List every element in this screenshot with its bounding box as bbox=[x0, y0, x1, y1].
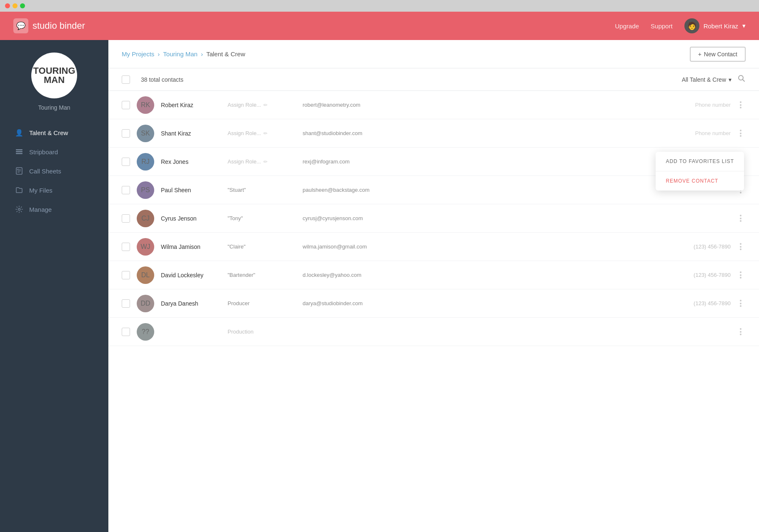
search-button[interactable] bbox=[737, 74, 746, 85]
edit-role-icon[interactable]: ✏ bbox=[263, 159, 268, 165]
contact-name[interactable]: Rex Jones bbox=[161, 158, 228, 165]
breadcrumb-my-projects[interactable]: My Projects bbox=[122, 50, 154, 58]
sidebar-item-my-files[interactable]: My Files bbox=[8, 181, 100, 199]
svg-rect-1 bbox=[16, 151, 23, 153]
table-row: DD Darya Danesh Producer darya@studiobin… bbox=[108, 289, 759, 318]
stripboard-icon bbox=[15, 148, 23, 156]
contact-name[interactable]: David Lockesley bbox=[161, 272, 228, 279]
user-menu[interactable]: 🧑 Robert Kiraz ▾ bbox=[684, 18, 746, 33]
row-checkbox[interactable] bbox=[122, 243, 130, 251]
edit-role-icon[interactable]: ✏ bbox=[263, 130, 268, 136]
contact-role[interactable]: Assign Role... ✏ bbox=[228, 102, 303, 108]
logo-icon: 💬 bbox=[13, 18, 28, 33]
contact-name[interactable]: Darya Danesh bbox=[161, 300, 228, 307]
contact-name[interactable]: Wilma Jamison bbox=[161, 243, 228, 250]
table-row: ?? Production bbox=[108, 318, 759, 346]
contact-name[interactable]: Shant Kiraz bbox=[161, 130, 228, 137]
contact-role[interactable]: Producer bbox=[228, 300, 303, 306]
contact-phone: Phone number bbox=[664, 102, 731, 108]
app-logo: 💬 studio binder bbox=[13, 18, 615, 33]
titlebar bbox=[0, 0, 759, 12]
row-menu-button[interactable] bbox=[736, 243, 746, 250]
row-menu-button[interactable] bbox=[736, 271, 746, 279]
sidebar-item-call-sheets[interactable]: Call Sheets bbox=[8, 162, 100, 180]
row-menu-button[interactable] bbox=[736, 130, 746, 137]
row-menu-button[interactable] bbox=[736, 101, 746, 108]
top-navigation: 💬 studio binder Upgrade Support 🧑 Robert… bbox=[0, 12, 759, 40]
contact-name[interactable]: Paul Sheen bbox=[161, 187, 228, 193]
upgrade-link[interactable]: Upgrade bbox=[615, 23, 639, 30]
row-checkbox[interactable] bbox=[122, 186, 130, 194]
contact-role[interactable]: "Bartender" bbox=[228, 272, 303, 278]
close-dot[interactable] bbox=[5, 3, 10, 8]
contacts-table: RK Robert Kiraz Assign Role... ✏ robert@… bbox=[108, 91, 759, 532]
contact-phone: (123) 456-7890 bbox=[664, 300, 731, 306]
remove-contact-option[interactable]: REMOVE CONTACT bbox=[656, 171, 744, 191]
breadcrumb: My Projects › Touring Man › Talent & Cre… bbox=[122, 50, 245, 58]
row-context-menu: ADD TO FAVORITES LIST REMOVE CONTACT bbox=[656, 152, 744, 191]
avatar: DD bbox=[137, 295, 154, 312]
sidebar-label-talent-crew: Talent & Crew bbox=[29, 129, 68, 136]
contact-phone: (123) 456-7890 bbox=[664, 243, 731, 250]
contact-role[interactable]: "Stuart" bbox=[228, 187, 303, 193]
avatar: 🧑 bbox=[684, 18, 699, 33]
sidebar-label-my-files: My Files bbox=[29, 187, 53, 194]
support-link[interactable]: Support bbox=[651, 23, 673, 30]
table-row: DL David Lockesley "Bartender" d.lockesl… bbox=[108, 261, 759, 289]
contact-name[interactable]: Cyrus Jenson bbox=[161, 215, 228, 222]
content-header: My Projects › Touring Man › Talent & Cre… bbox=[108, 40, 759, 68]
avatar: CJ bbox=[137, 210, 154, 227]
user-name: Robert Kiraz bbox=[704, 23, 738, 30]
project-logo-line1: TOURING bbox=[33, 66, 75, 75]
table-row: RJ Rex Jones Assign Role... ✏ rexj@infog… bbox=[108, 148, 759, 176]
sidebar-label-call-sheets: Call Sheets bbox=[29, 168, 61, 175]
sidebar-item-manage[interactable]: Manage bbox=[8, 200, 100, 218]
avatar: DL bbox=[137, 266, 154, 284]
manage-icon bbox=[15, 205, 23, 213]
new-contact-button[interactable]: + New Contact bbox=[690, 47, 746, 62]
contact-email: shant@studiobinder.com bbox=[303, 130, 664, 136]
table-row: SK Shant Kiraz Assign Role... ✏ shant@st… bbox=[108, 119, 759, 148]
breadcrumb-current: Talent & Crew bbox=[206, 50, 245, 58]
contact-name[interactable]: Robert Kiraz bbox=[161, 102, 228, 108]
maximize-dot[interactable] bbox=[20, 3, 25, 8]
contact-role[interactable]: Production bbox=[228, 329, 303, 335]
contact-role[interactable]: Assign Role... ✏ bbox=[228, 158, 303, 165]
contact-role[interactable]: "Tony" bbox=[228, 215, 303, 221]
row-checkbox[interactable] bbox=[122, 101, 130, 109]
minimize-dot[interactable] bbox=[13, 3, 18, 8]
svg-rect-2 bbox=[16, 153, 23, 154]
row-checkbox[interactable] bbox=[122, 299, 130, 308]
contact-role[interactable]: "Claire" bbox=[228, 243, 303, 250]
row-menu-button[interactable] bbox=[736, 300, 746, 307]
sidebar-item-stripboard[interactable]: Stripboard bbox=[8, 143, 100, 161]
edit-role-icon[interactable]: ✏ bbox=[263, 102, 268, 108]
table-row: WJ Wilma Jamison "Claire" wilma.jamison@… bbox=[108, 233, 759, 261]
breadcrumb-touring-man[interactable]: Touring Man bbox=[163, 50, 198, 58]
topnav-right: Upgrade Support 🧑 Robert Kiraz ▾ bbox=[615, 18, 746, 33]
filter-chevron-icon: ▾ bbox=[729, 76, 731, 83]
sidebar-label-stripboard: Stripboard bbox=[29, 148, 58, 156]
table-toolbar: 38 total contacts All Talent & Crew ▾ bbox=[108, 68, 759, 91]
contact-role[interactable]: Assign Role... ✏ bbox=[228, 130, 303, 136]
main-layout: TOURING MAN Touring Man 👤 Talent & Crew … bbox=[0, 40, 759, 532]
contact-email: paulsheen@backstage.com bbox=[303, 187, 664, 193]
row-checkbox[interactable] bbox=[122, 158, 130, 166]
breadcrumb-sep-2: › bbox=[201, 50, 203, 58]
app-name: studio binder bbox=[33, 20, 85, 31]
row-menu-button[interactable] bbox=[736, 328, 746, 335]
add-to-favorites-option[interactable]: ADD TO FAVORITES LIST bbox=[656, 152, 744, 171]
row-checkbox[interactable] bbox=[122, 328, 130, 336]
contact-email: darya@studiobinder.com bbox=[303, 300, 664, 306]
project-logo: TOURING MAN bbox=[31, 53, 77, 98]
row-checkbox[interactable] bbox=[122, 129, 130, 138]
select-all-checkbox[interactable] bbox=[122, 75, 130, 84]
user-chevron-icon: ▾ bbox=[742, 22, 746, 30]
filter-dropdown[interactable]: All Talent & Crew ▾ bbox=[682, 76, 731, 83]
row-checkbox[interactable] bbox=[122, 271, 130, 279]
row-checkbox[interactable] bbox=[122, 214, 130, 223]
row-menu-button[interactable] bbox=[736, 215, 746, 222]
sidebar-item-talent-crew[interactable]: 👤 Talent & Crew bbox=[8, 123, 100, 142]
contact-phone: (123) 456-7890 bbox=[664, 272, 731, 278]
toolbar-right: All Talent & Crew ▾ bbox=[682, 74, 746, 85]
